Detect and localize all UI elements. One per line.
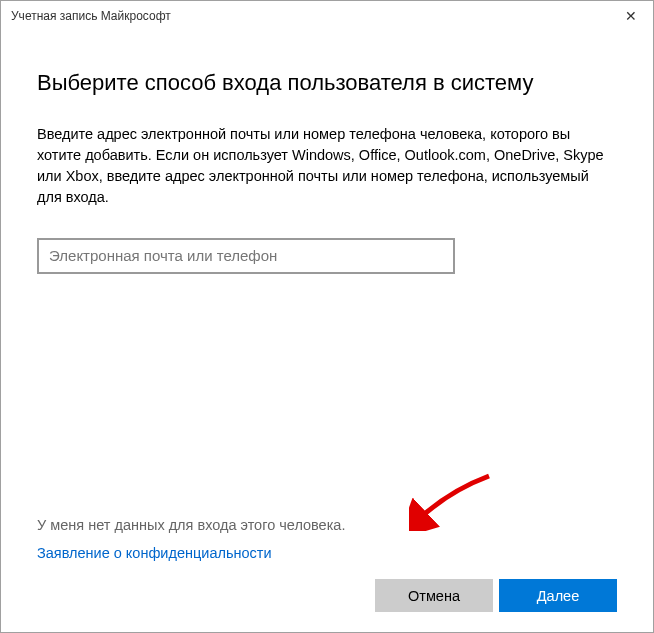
page-heading: Выберите способ входа пользователя в сис… (37, 69, 617, 98)
spacer (37, 274, 617, 517)
description-text: Введите адрес электронной почты или номе… (37, 124, 617, 208)
bottom-links: У меня нет данных для входа этого челове… (37, 517, 617, 561)
close-button[interactable]: ✕ (608, 1, 653, 31)
button-row: Отмена Далее (37, 579, 617, 612)
email-or-phone-input[interactable] (37, 238, 455, 274)
dialog-content: Выберите способ входа пользователя в сис… (1, 31, 653, 632)
titlebar: Учетная запись Майкрософт ✕ (1, 1, 653, 31)
privacy-statement-link[interactable]: Заявление о конфиденциальности (37, 545, 617, 561)
window-title: Учетная запись Майкрософт (11, 9, 608, 23)
next-button[interactable]: Далее (499, 579, 617, 612)
no-signin-info-link[interactable]: У меня нет данных для входа этого челове… (37, 517, 617, 533)
cancel-button[interactable]: Отмена (375, 579, 493, 612)
dialog-window: Учетная запись Майкрософт ✕ Выберите спо… (0, 0, 654, 633)
close-icon: ✕ (625, 8, 637, 24)
